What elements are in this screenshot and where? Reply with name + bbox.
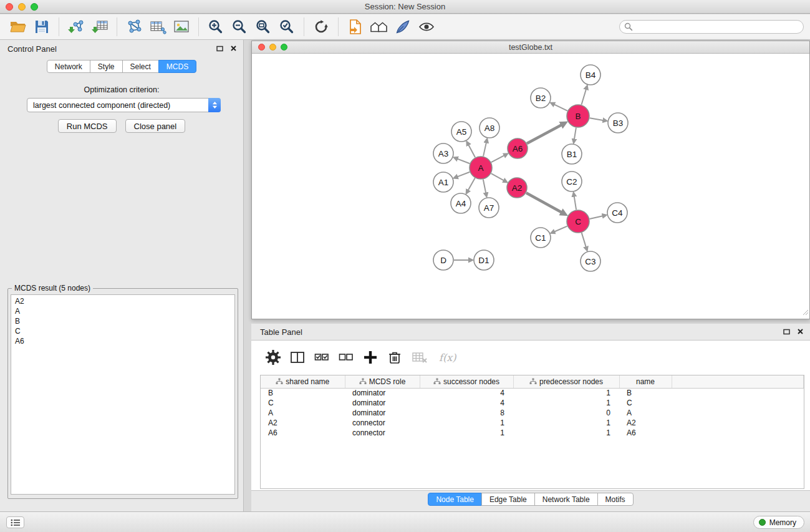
table-cell[interactable]: dominator	[345, 398, 420, 408]
graph-edge-C-C1[interactable]	[554, 226, 567, 232]
table-cell[interactable]: C	[261, 398, 345, 408]
zoom-window-button[interactable]	[31, 3, 38, 11]
graph-node-D[interactable]: D	[433, 250, 453, 270]
graph-edge-A-A2[interactable]	[491, 173, 504, 180]
refresh-button[interactable]	[309, 16, 333, 37]
delete-table-button[interactable]	[411, 349, 428, 365]
graph-node-B1[interactable]: B1	[562, 144, 582, 164]
table-cell[interactable]: C	[619, 398, 672, 408]
new-table-button[interactable]	[146, 16, 170, 37]
table-cell[interactable]: A2	[619, 418, 672, 428]
graph-node-C2[interactable]: C2	[562, 172, 582, 191]
graph-edge-B-B3[interactable]	[590, 118, 604, 120]
graph-edge-B-B2[interactable]	[554, 104, 567, 110]
graph-node-A8[interactable]: A8	[480, 118, 499, 138]
mcds-result-item[interactable]: A	[15, 306, 231, 316]
graph-edge-C-C2[interactable]	[574, 196, 576, 210]
table-cell[interactable]: 8	[420, 408, 513, 418]
graph-node-C1[interactable]: C1	[531, 228, 551, 248]
open-recent-file-button[interactable]	[344, 16, 367, 37]
import-table-button[interactable]	[88, 16, 112, 37]
unselect-all-columns-button[interactable]	[338, 349, 354, 365]
optimization-select[interactable]: largest connected component (directed)	[27, 98, 221, 112]
graph-node-A6[interactable]: A6	[508, 138, 528, 158]
column-header-successor-nodes[interactable]: successor nodes	[420, 375, 513, 388]
graph-node-B4[interactable]: B4	[581, 65, 600, 85]
network-window-titlebar[interactable]: testGlobe.txt	[252, 41, 809, 54]
close-panel-icon[interactable]	[230, 45, 237, 52]
graph-edge-A-A7[interactable]	[483, 180, 486, 193]
graph-node-A2[interactable]: A2	[507, 178, 527, 198]
zoom-selected-button[interactable]	[275, 16, 299, 37]
mcds-result-item[interactable]: C	[15, 326, 231, 336]
graph-edge-A-A5[interactable]	[468, 145, 475, 157]
zoom-in-button[interactable]	[204, 16, 228, 37]
zoom-fit-button[interactable]	[251, 16, 275, 37]
function-builder-button[interactable]: f(x)	[436, 352, 456, 364]
table-cell[interactable]: B	[619, 388, 672, 398]
graph-edge-B-B4[interactable]	[582, 89, 587, 105]
table-cell[interactable]: A6	[261, 428, 345, 438]
node-table-viewport[interactable]: shared name MCDS role successor nodes pr…	[260, 375, 804, 489]
column-header-predecessor-nodes[interactable]: predecessor nodes	[513, 375, 619, 388]
graph-node-A4[interactable]: A4	[451, 193, 471, 213]
graph-edge-C-C4[interactable]	[590, 216, 603, 219]
graph-edge-C-C3[interactable]	[582, 233, 586, 247]
table-cell[interactable]: 1	[513, 428, 619, 438]
home-view-button[interactable]	[367, 16, 391, 37]
zoom-out-button[interactable]	[228, 16, 251, 37]
minimize-window-button[interactable]	[18, 3, 26, 11]
graph-node-A[interactable]: A	[470, 157, 492, 179]
column-header-name[interactable]: name	[619, 375, 672, 388]
graph-edge-A6-B[interactable]	[527, 125, 562, 143]
table-cell[interactable]: B	[261, 388, 345, 398]
open-session-button[interactable]	[6, 16, 30, 37]
table-cell[interactable]: connector	[345, 418, 420, 428]
table-cell[interactable]: A	[261, 408, 345, 418]
mcds-result-item[interactable]: B	[15, 316, 231, 326]
table-cell[interactable]: A6	[619, 428, 672, 438]
column-header-shared-name[interactable]: shared name	[261, 375, 345, 388]
delete-column-button[interactable]	[387, 349, 403, 365]
table-cell[interactable]: 1	[513, 398, 619, 408]
save-session-button[interactable]	[30, 16, 54, 37]
table-row[interactable]: Bdominator41B	[261, 388, 804, 398]
search-input[interactable]	[619, 20, 804, 34]
table-cell[interactable]: 1	[513, 388, 619, 398]
table-cell[interactable]: dominator	[345, 408, 420, 418]
table-cell[interactable]: dominator	[345, 388, 420, 398]
session-titlebar[interactable]: Session: New Session	[0, 0, 810, 14]
table-row[interactable]: A2connector11A2	[261, 418, 804, 428]
table-settings-button[interactable]	[265, 349, 281, 365]
run-mcds-button[interactable]: Run MCDS	[58, 119, 117, 133]
table-cell[interactable]: 1	[513, 418, 619, 428]
tab-mcds[interactable]: MCDS	[158, 60, 196, 73]
table-cell[interactable]: 1	[420, 428, 513, 438]
network-canvas[interactable]: B4B2BB3A8A5A6B1A3AC2A1A2A4A7C4CC1C3DD1	[252, 54, 809, 319]
zoom-network-window-button[interactable]	[281, 44, 287, 51]
tab-style[interactable]: Style	[90, 60, 123, 73]
memory-button[interactable]: Memory	[753, 516, 804, 529]
close-panel-button[interactable]: Close panel	[125, 119, 186, 133]
graph-node-B2[interactable]: B2	[531, 88, 551, 108]
select-all-columns-button[interactable]	[314, 349, 330, 365]
column-header-mcds-role[interactable]: MCDS role	[345, 375, 420, 388]
table-row[interactable]: A6connector11A6	[261, 428, 804, 438]
table-cell[interactable]: 0	[513, 408, 619, 418]
mcds-result-item[interactable]: A6	[15, 336, 231, 346]
graph-node-B3[interactable]: B3	[608, 113, 628, 133]
close-window-button[interactable]	[6, 3, 13, 11]
graph-edge-A-A1[interactable]	[457, 172, 470, 177]
graph-node-C3[interactable]: C3	[581, 251, 600, 271]
table-cell[interactable]: 1	[420, 418, 513, 428]
graph-edge-A-A3[interactable]	[457, 159, 470, 164]
table-cell[interactable]: A	[619, 408, 672, 418]
table-cell[interactable]: 4	[420, 398, 513, 408]
minimize-network-window-button[interactable]	[269, 44, 276, 51]
graph-node-A7[interactable]: A7	[479, 198, 499, 218]
show-hide-button[interactable]	[415, 16, 438, 37]
apply-style-button[interactable]	[391, 16, 415, 37]
create-column-button[interactable]	[362, 349, 378, 365]
table-cell[interactable]: 4	[420, 388, 513, 398]
tab-network-table[interactable]: Network Table	[534, 493, 598, 506]
